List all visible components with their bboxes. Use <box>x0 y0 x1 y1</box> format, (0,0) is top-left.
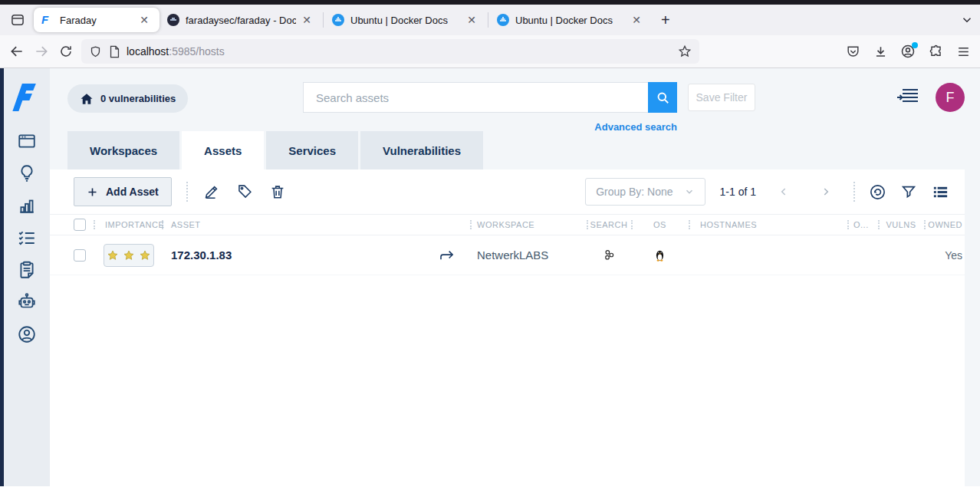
save-filter-button[interactable]: Save Filter <box>688 84 755 111</box>
pocket-icon[interactable] <box>840 39 865 64</box>
tab-close-icon[interactable]: ✕ <box>299 12 314 28</box>
search-bar <box>303 82 677 113</box>
page-info-icon[interactable] <box>109 45 120 58</box>
faraday-favicon: F <box>41 14 54 26</box>
tab-ubuntu-docker-docs-1[interactable]: Ubuntu | Docker Docs ✕ <box>324 8 487 32</box>
tab-workspaces[interactable]: Workspaces <box>67 131 179 169</box>
star-icon <box>123 249 135 262</box>
tab-faraday[interactable]: F Faraday ✕ <box>34 8 159 32</box>
filter-funnel-icon[interactable] <box>899 183 918 201</box>
tag-icon[interactable] <box>235 183 254 201</box>
url-bar[interactable]: localhost:5985/hosts <box>81 39 699 64</box>
delete-trash-icon[interactable] <box>268 183 287 201</box>
firefox-view-icon[interactable] <box>6 8 29 31</box>
user-avatar[interactable]: F <box>936 83 965 112</box>
docker-favicon <box>332 14 344 26</box>
toolbar-divider <box>853 182 855 202</box>
workspace-name[interactable]: NetwerkLABS <box>477 248 548 262</box>
tab-title: Ubuntu | Docker Docs <box>515 15 626 26</box>
faraday-logo[interactable] <box>12 82 42 113</box>
new-tab-button[interactable]: + <box>652 10 679 31</box>
column-header-vulns[interactable]: VULNS <box>878 215 924 235</box>
owned-value: Yes <box>945 249 962 262</box>
sidebar-item-clipboard-icon[interactable] <box>17 260 37 280</box>
hostnames-cell <box>689 235 847 275</box>
assets-table-header: IMPORTANCE ASSET WORKSPACE SEARCH OS HOS… <box>50 214 965 235</box>
search-button[interactable] <box>648 82 677 113</box>
sidebar-item-checklist-icon[interactable] <box>17 228 37 248</box>
tab-close-icon[interactable]: ✕ <box>629 12 644 28</box>
o-cell <box>847 235 878 275</box>
home-icon <box>80 92 94 106</box>
menu-hamburger-icon[interactable] <box>951 39 975 64</box>
faraday-app: 0 vulnerabilities Save Filter Advanced s… <box>0 68 980 486</box>
vulnerabilities-badge[interactable]: 0 vulnerabilities <box>67 84 188 113</box>
tab-services[interactable]: Services <box>266 131 358 169</box>
account-icon[interactable] <box>896 39 920 64</box>
url-text[interactable]: localhost:5985/hosts <box>127 45 678 58</box>
app-sidebar <box>4 68 50 486</box>
jump-to-arrow-icon[interactable] <box>439 249 455 262</box>
tab-separator <box>488 12 488 28</box>
extensions-icon[interactable] <box>923 39 948 64</box>
sidebar-item-user-icon[interactable] <box>17 324 37 344</box>
row-checkbox[interactable] <box>74 249 86 262</box>
edit-pencil-icon[interactable] <box>202 183 221 201</box>
importance-stars[interactable] <box>104 244 154 267</box>
activity-log-icon[interactable] <box>896 87 919 107</box>
downloads-icon[interactable] <box>868 39 893 64</box>
search-input[interactable] <box>303 82 648 113</box>
page-next-chevron-icon[interactable] <box>811 186 840 197</box>
column-header-hostnames[interactable]: HOSTNAMES <box>689 215 847 235</box>
column-header-asset[interactable]: ASSET <box>162 215 470 235</box>
tab-ubuntu-docker-docs-2[interactable]: Ubuntu | Docker Docs ✕ <box>489 8 652 32</box>
sidebar-item-robot-icon[interactable] <box>17 292 37 312</box>
shield-icon[interactable] <box>89 45 102 58</box>
column-header-search[interactable]: SEARCH <box>587 215 631 235</box>
advanced-search-link[interactable]: Advanced search <box>559 121 677 133</box>
add-asset-button[interactable]: Add Asset <box>74 177 172 206</box>
star-icon <box>107 249 119 262</box>
tab-vulnerabilities[interactable]: Vulnerabilities <box>360 131 483 169</box>
tab-title: faradaysec/faraday - Dock <box>186 15 296 26</box>
assets-toolbar: Add Asset <box>50 169 965 214</box>
forward-button[interactable] <box>29 39 54 64</box>
tab-title: Faraday <box>60 15 133 26</box>
column-header-o[interactable]: O... <box>847 215 878 235</box>
tab-faradaysec-docker[interactable]: faradaysec/faraday - Dock ✕ <box>159 8 322 32</box>
column-header-os[interactable]: OS <box>631 215 689 235</box>
history-restore-icon[interactable] <box>868 183 886 201</box>
page-prev-chevron-icon[interactable] <box>769 186 798 197</box>
vuln-badge-label: 0 vulnerabilities <box>100 93 176 104</box>
list-all-tabs-chevron-icon[interactable] <box>960 13 974 27</box>
tab-title: Ubuntu | Docker Docs <box>350 15 461 26</box>
docker-favicon <box>497 14 509 26</box>
linux-tux-icon <box>655 248 665 262</box>
back-button[interactable] <box>5 39 29 64</box>
select-all-checkbox[interactable] <box>74 219 86 231</box>
sidebar-item-bar-chart-icon[interactable] <box>17 196 37 216</box>
bookmark-star-icon[interactable] <box>678 44 692 58</box>
browser-tab-bar: F Faraday ✕ faradaysec/faraday - Dock ✕ … <box>0 5 980 35</box>
tab-close-icon[interactable]: ✕ <box>464 12 479 28</box>
sidebar-item-lightbulb-icon[interactable] <box>17 163 37 183</box>
assets-panel: Add Asset <box>50 169 965 486</box>
sidebar-item-window-icon[interactable] <box>17 131 37 151</box>
nav-right-icons <box>837 39 975 64</box>
entity-tabs: Workspaces Assets Services Vulnerabiliti… <box>67 131 980 169</box>
tab-close-icon[interactable]: ✕ <box>136 12 152 28</box>
column-header-importance[interactable]: IMPORTANCE <box>94 215 162 235</box>
column-header-workspace[interactable]: WORKSPACE <box>470 215 587 235</box>
graph-share-icon[interactable] <box>603 248 616 262</box>
reload-button[interactable] <box>54 39 78 64</box>
app-header: 0 vulnerabilities Save Filter Advanced s… <box>50 68 980 131</box>
column-header-owned[interactable]: OWNED <box>924 215 965 235</box>
columns-list-icon[interactable] <box>931 183 949 201</box>
tab-assets[interactable]: Assets <box>182 131 264 169</box>
asset-table-row[interactable]: 172.30.1.83 NetwerkLABS <box>50 235 965 275</box>
group-by-dropdown[interactable]: Group By: None <box>585 178 705 206</box>
pagination-label: 1-1 of 1 <box>720 186 756 198</box>
star-icon <box>139 249 151 262</box>
notification-dot <box>912 42 918 48</box>
asset-ip[interactable]: 172.30.1.83 <box>171 248 232 262</box>
